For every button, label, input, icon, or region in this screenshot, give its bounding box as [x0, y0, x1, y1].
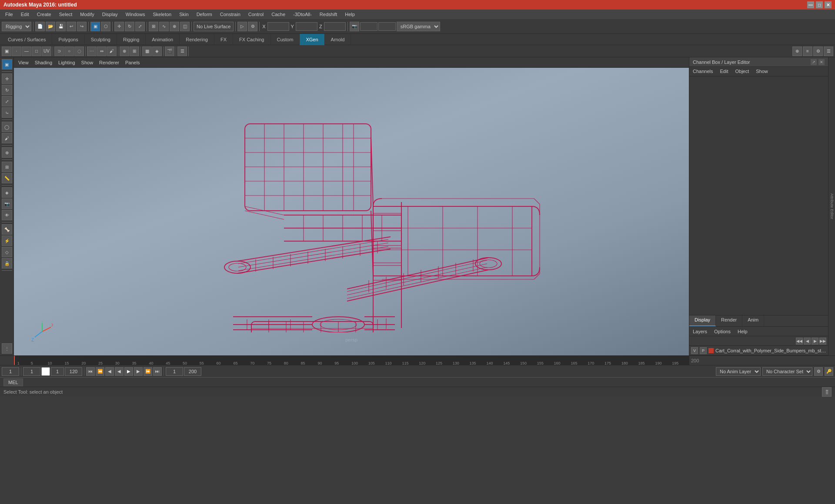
more-tools-left[interactable]: ⋮ — [2, 343, 12, 354]
range-start-field[interactable]: 1 — [166, 367, 183, 376]
skin-left[interactable]: ⚡ — [2, 235, 12, 246]
step-fwd-btn[interactable]: ⏩ — [144, 367, 152, 376]
component-btn[interactable]: ◌ — [74, 46, 84, 56]
maximize-button[interactable]: □ — [816, 1, 823, 8]
redo-btn[interactable]: ↪ — [77, 22, 87, 31]
menu-constrain[interactable]: Constrain — [217, 11, 244, 18]
select-mode-btn[interactable]: ▣ — [2, 46, 11, 56]
snap-view-btn[interactable]: ◫ — [180, 22, 190, 31]
constrain-left[interactable]: 🔒 — [2, 258, 12, 269]
tab-fx[interactable]: FX — [214, 34, 233, 45]
new-scene-btn[interactable]: 📄 — [35, 22, 45, 31]
tab-xgen[interactable]: XGen — [300, 34, 324, 45]
rotate-tool-left[interactable]: ↻ — [2, 85, 12, 95]
object-select-btn[interactable]: ○ — [64, 46, 74, 56]
tab-sculpting[interactable]: Sculpting — [85, 34, 117, 45]
mode-dropdown[interactable]: Rigging — [2, 22, 31, 31]
display-tab[interactable]: Display — [689, 315, 716, 326]
gamma-dropdown[interactable]: sRGB gamma — [397, 22, 440, 31]
vertex-mode-btn[interactable]: · — [12, 46, 21, 56]
menu-help[interactable]: Help — [341, 11, 358, 18]
vp-panels-menu[interactable]: Panels — [123, 59, 143, 66]
next-layer-btn[interactable]: ▶ — [812, 338, 818, 345]
end-frame-field[interactable]: 120 — [65, 367, 82, 376]
menu-skeleton[interactable]: Skeleton — [149, 11, 175, 18]
display-layers-btn[interactable]: ☰ — [177, 46, 187, 56]
play-back-btn[interactable]: ◀ — [115, 367, 124, 376]
uv-mode-btn[interactable]: UV — [42, 46, 51, 56]
snap-point-btn[interactable]: ⊕ — [170, 22, 179, 31]
undo-btn[interactable]: ↩ — [67, 22, 76, 31]
render-btn[interactable]: ▷ — [237, 22, 247, 31]
object-menu[interactable]: Object — [731, 67, 752, 76]
playblast-btn[interactable]: 🎬 — [165, 46, 174, 56]
z-field[interactable] — [324, 22, 346, 31]
tab-curves-surfaces[interactable]: Curves / Surfaces — [2, 34, 52, 45]
paint-sel-btn[interactable]: 🖌 — [107, 46, 117, 56]
hierarchy-btn[interactable]: ⊃ — [54, 46, 64, 56]
snap-grid2-btn[interactable]: ⊞ — [130, 46, 139, 56]
layer-vis-v[interactable]: V — [691, 347, 698, 354]
render-view-btn[interactable]: ▦ — [142, 46, 152, 56]
hypershade-btn[interactable]: ◈ — [152, 46, 162, 56]
select-tool-left[interactable]: ▣ — [2, 59, 12, 70]
edge-mode-btn[interactable]: — — [22, 46, 31, 56]
lasso-btn[interactable]: ⬡ — [101, 22, 110, 31]
prev-key-layer-btn[interactable]: ◀◀ — [796, 338, 803, 345]
menu-create[interactable]: Create — [33, 11, 55, 18]
step-back-btn[interactable]: ⏪ — [96, 367, 104, 376]
next-key-layer-btn[interactable]: ▶▶ — [819, 338, 826, 345]
checkbox-val[interactable] — [51, 367, 64, 376]
x-field[interactable] — [267, 22, 289, 31]
char-set-dropdown[interactable]: No Character Set — [762, 367, 812, 376]
menu-redshift[interactable]: Redshift — [316, 11, 341, 18]
menu-cache[interactable]: Cache — [268, 11, 289, 18]
channels-menu[interactable]: Channels — [689, 67, 716, 76]
vp-show-menu[interactable]: Show — [79, 59, 96, 66]
camera-btn[interactable]: 📷 — [350, 22, 359, 31]
tab-animation[interactable]: Animation — [146, 34, 180, 45]
layer-row[interactable]: V P Cart_Corral_with_Polymer_Side_Bumper… — [689, 346, 828, 355]
soft-select-btn[interactable]: ⋯ — [87, 46, 97, 56]
viewport[interactable]: View Shading Lighting Show Renderer Pane… — [14, 57, 689, 355]
y-field[interactable] — [296, 22, 317, 31]
help-sub-menu[interactable]: Help — [734, 328, 751, 335]
show-menu[interactable]: Show — [752, 67, 772, 76]
prev-layer-btn[interactable]: ◀ — [804, 338, 811, 345]
panel-float-btn[interactable]: ↗ — [811, 59, 817, 65]
display-left[interactable]: 👁 — [2, 210, 12, 220]
menu-windows[interactable]: Windows — [122, 11, 149, 18]
menu-file[interactable]: File — [2, 11, 17, 18]
char-set-options-btn[interactable]: ⚙ — [814, 367, 823, 376]
status-resize-btn[interactable]: ⣿ — [822, 387, 832, 397]
rotate-tool-btn[interactable]: ↻ — [125, 22, 134, 31]
vp-shading-menu[interactable]: Shading — [32, 59, 55, 66]
prev-frame-btn[interactable]: ◀ — [105, 367, 114, 376]
value1-field[interactable]: 0.00 — [360, 22, 377, 31]
sculpt-left[interactable]: 🖌 — [2, 133, 12, 143]
tab-rendering[interactable]: Rendering — [180, 34, 214, 45]
open-scene-btn[interactable]: 📂 — [46, 22, 55, 31]
menu-select[interactable]: Select — [56, 11, 76, 18]
layers-sub-menu[interactable]: Layers — [689, 328, 711, 335]
range-end-field[interactable]: 200 — [184, 367, 201, 376]
start-frame-field[interactable]: 1 — [23, 367, 40, 376]
view-settings-left[interactable]: ◈ — [2, 187, 12, 198]
minimize-button[interactable]: — — [807, 1, 814, 8]
snap-pts-btn[interactable]: ⊕ — [120, 46, 129, 56]
vp-view-menu[interactable]: View — [16, 59, 31, 66]
soft-modify-left[interactable]: ◯ — [2, 122, 12, 132]
tab-fx-caching[interactable]: FX Caching — [233, 34, 271, 45]
sym-btn[interactable]: ⇔ — [97, 46, 107, 56]
face-mode-btn[interactable]: □ — [32, 46, 41, 56]
menu-edit[interactable]: Edit — [17, 11, 33, 18]
node-editor-btn[interactable]: ⊕ — [792, 46, 802, 56]
timeline-ruler[interactable]: 1510152025303540455055606570758085909510… — [14, 356, 689, 365]
scale-tool-left[interactable]: ⤢ — [2, 96, 12, 106]
vp-lighting-menu[interactable]: Lighting — [56, 59, 78, 66]
save-scene-btn[interactable]: 💾 — [56, 22, 66, 31]
play-fwd-btn[interactable]: ▶ — [124, 367, 133, 376]
menu-deform[interactable]: Deform — [193, 11, 216, 18]
tab-rigging[interactable]: Rigging — [117, 34, 146, 45]
anim-layer-dropdown[interactable]: No Anim Layer — [716, 367, 761, 376]
